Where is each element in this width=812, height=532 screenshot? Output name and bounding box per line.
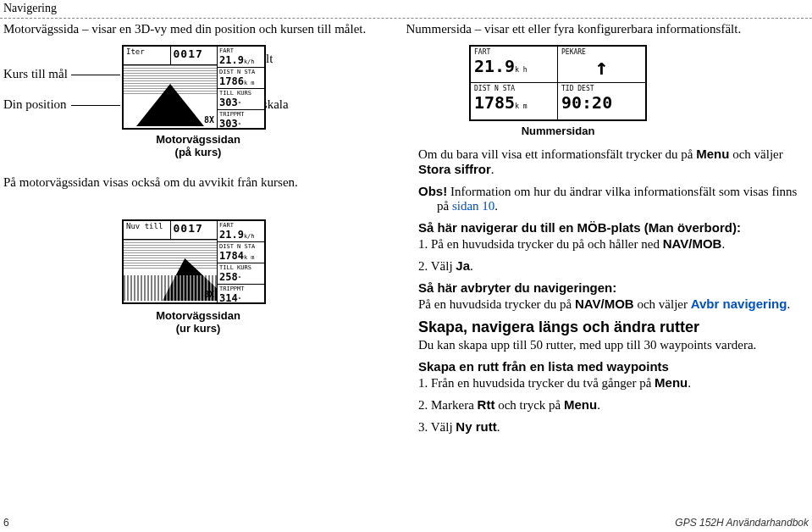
side-label: TILL KURS — [219, 90, 262, 97]
number-screen-caption: Nummersidan — [469, 125, 647, 137]
col-right: FART 21.9k h PEKARE ↑ DIST N STA 1785k m… — [401, 45, 809, 441]
heading-skapa-rutter: Skapa, navigera längs och ändra rutter — [418, 319, 809, 336]
num-value: 90:20 — [561, 92, 612, 113]
num-cell: FART 21.9k h — [471, 47, 558, 83]
step-mob-1: 1. På en huvudsida trycker du på och hål… — [418, 236, 809, 252]
label-kurs-till-mal: Kurs till mål — [3, 67, 68, 81]
side-unit: ° — [238, 275, 241, 282]
text-fragment: 2. Markera — [418, 398, 478, 412]
gps-screen-on-course: Iter 0017 8X FART 21.9k — [122, 45, 266, 130]
top-left-cell: Iter — [124, 47, 171, 64]
leader-line — [71, 105, 120, 106]
number-screen-wrap: FART 21.9k h PEKARE ↑ DIST N STA 1785k m… — [418, 45, 809, 147]
top-value: 0017 — [174, 222, 203, 235]
top-value: 0017 — [174, 47, 203, 60]
rtt-keyword: Rtt — [478, 397, 495, 412]
text-fragment: 2. Välj — [418, 259, 456, 273]
text-fragment: . — [688, 376, 691, 390]
num-unit: k m — [515, 103, 527, 110]
num-cell: PEKARE ↑ — [558, 47, 645, 83]
screen-top-row: Nuv till 0017 — [124, 221, 217, 240]
page-section-title: Navigering — [3, 2, 57, 14]
side-value: 21.9 — [219, 229, 244, 241]
road-3d-view: 8X — [124, 240, 217, 301]
text-fragment: På en huvudsida trycker du på — [418, 297, 575, 311]
step-mob-2: 2. Välj Ja. — [418, 258, 809, 274]
num-cell: DIST N STA 1785k m — [471, 83, 558, 119]
screen-side-fields: FART 21.9k/h DIST N STA 1786k m TILL KUR… — [218, 47, 264, 128]
intro-row: Motorvägssida – visar en 3D-vy med din p… — [0, 19, 812, 45]
side-label: TILL KURS — [219, 264, 262, 271]
side-value: 1784 — [219, 250, 244, 262]
obs-label: Obs! — [418, 184, 447, 198]
para-skapa-sub: Du kan skapa upp till 50 rutter, med upp… — [418, 338, 809, 352]
top-left-cell: Nuv till — [124, 221, 171, 239]
text-fragment: 1. På en huvudsida trycker du på och hål… — [418, 237, 663, 251]
top-right-cell: 0017 — [171, 221, 218, 239]
gps-screen-off-course: Nuv till 0017 8X FART — [122, 219, 266, 304]
side-unit: ° — [238, 122, 241, 129]
para-info-field: Om du bara vill visa ett informationsfäl… — [418, 147, 809, 177]
caption-line1: Motorvägssidan — [156, 133, 240, 146]
menu-keyword: Menu — [564, 397, 597, 412]
heading-skapa-lista: Skapa en rutt från en lista med waypoint… — [418, 359, 809, 374]
diagram-on-course: Kurs till mål Din position Datafält Zoom… — [3, 45, 401, 214]
intro-left: Motorvägssida – visar en 3D-vy med din p… — [3, 22, 406, 36]
diagram-off-course: Nuv till 0017 8X FART — [3, 219, 401, 363]
zoom-text: 8X — [204, 115, 214, 125]
side-label: DIST N STA — [219, 243, 262, 250]
pointer-arrow-icon: ↑ — [561, 56, 642, 78]
para-avbryt: På en huvudsida trycker du på NAV/MOB oc… — [418, 296, 809, 312]
text-fragment: . — [470, 259, 473, 273]
step-rutt-1: 1. Från en huvudsida trycker du två gång… — [418, 375, 809, 391]
road-triangle-icon — [136, 84, 204, 126]
menu-keyword: Menu — [655, 375, 688, 390]
ny-rutt-keyword: Ny rutt — [456, 419, 496, 434]
caption-line2: (på kurs) — [175, 146, 222, 158]
gps-number-screen: FART 21.9k h PEKARE ↑ DIST N STA 1785k m… — [469, 45, 647, 121]
text-fragment: och väljer — [729, 147, 782, 161]
off-course-ground — [124, 275, 217, 301]
side-label: FART — [219, 222, 262, 229]
page-number: 6 — [3, 517, 9, 529]
side-cell: DIST N STA 1784k m — [218, 242, 264, 263]
col-left: Kurs till mål Din position Datafält Zoom… — [3, 45, 401, 441]
side-cell: FART 21.9k/h — [218, 47, 264, 68]
text-fragment: . — [597, 398, 600, 412]
navmob-keyword: NAV/MOB — [663, 236, 722, 251]
num-label: TID DEST — [561, 85, 642, 92]
text-fragment: . — [491, 163, 494, 176]
side-cell: FART 21.9k/h — [218, 221, 264, 242]
side-unit: ° — [238, 101, 241, 108]
screen-main: Nuv till 0017 8X — [124, 221, 218, 302]
leader-line — [71, 75, 120, 75]
side-unit: k m — [244, 254, 255, 261]
page-link[interactable]: sidan 10 — [452, 199, 494, 213]
step-rutt-2: 2. Markera Rtt och tryck på Menu. — [418, 397, 809, 413]
side-label: TRIPPMT — [219, 285, 262, 292]
text-fragment: 3. Välj — [418, 420, 456, 434]
num-value: 21.9 — [474, 56, 515, 76]
side-label: FART — [219, 47, 262, 54]
document-title: GPS 152H Användarhandbok — [675, 517, 809, 529]
side-value: 1786 — [219, 75, 244, 87]
heading-avbryt: Så här avbryter du navigeringen: — [418, 280, 809, 295]
text-fragment: . — [497, 420, 500, 434]
side-value: 314 — [219, 292, 238, 304]
stora-siffror-keyword: Stora siffror — [418, 162, 491, 176]
zoom-text: 8X — [204, 290, 214, 299]
side-unit: ° — [238, 296, 241, 303]
num-cell: TID DEST 90:20 — [558, 83, 645, 119]
caption-line1: Motorvägssidan — [156, 309, 240, 322]
avbr-navigering-keyword: Avbr navigering — [691, 296, 787, 311]
text-fragment: . — [787, 297, 790, 311]
num-value: 1785 — [474, 92, 515, 113]
intro-right: Nummersida – visar ett eller fyra konfig… — [406, 22, 809, 36]
side-cell: TILL KURS 258° — [218, 263, 264, 285]
side-label: DIST N STA — [219, 69, 262, 75]
header-bar: Navigering — [0, 0, 812, 19]
right-text-body: Om du bara vill visa ett informationsfäl… — [418, 147, 809, 435]
top-right-cell: 0017 — [171, 47, 218, 64]
side-cell: DIST N STA 1786k m — [218, 68, 264, 89]
text-fragment: och tryck på — [494, 398, 564, 412]
